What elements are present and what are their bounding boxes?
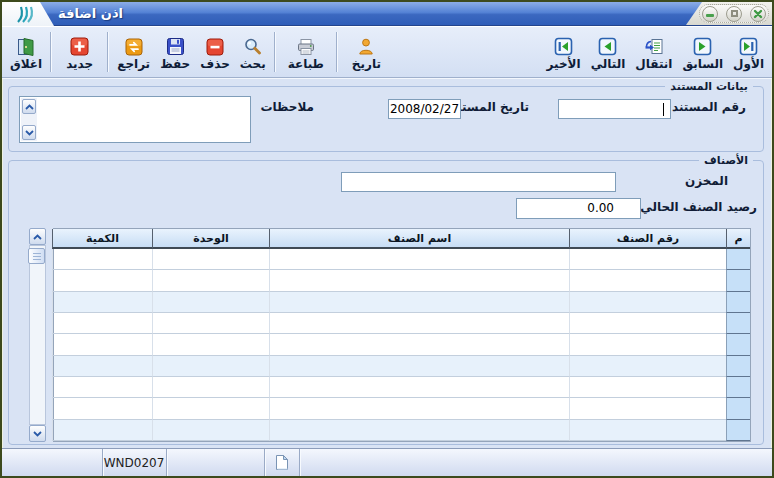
scroll-down-button[interactable] xyxy=(29,425,46,442)
nav-next-button[interactable]: التالي xyxy=(586,29,631,75)
table-row[interactable] xyxy=(54,270,750,291)
undo-icon xyxy=(125,36,143,57)
window-controls xyxy=(699,4,769,23)
new-button[interactable]: جديد xyxy=(61,29,98,75)
column-header-quantity[interactable]: الكمية xyxy=(52,229,152,249)
floppy-disk-icon xyxy=(166,36,185,57)
printer-icon xyxy=(296,36,316,57)
maximize-button[interactable] xyxy=(726,6,742,22)
document-data-groupbox: بيانات المستند رقم المستند تاريخ المستند… xyxy=(8,86,764,152)
first-record-icon xyxy=(739,36,758,57)
text-caret xyxy=(663,103,664,116)
store-label: المخزن xyxy=(685,174,728,188)
last-record-icon xyxy=(554,36,573,57)
nav-goto-button[interactable]: انتقال xyxy=(630,29,677,75)
notes-field[interactable] xyxy=(19,96,251,143)
nav-first-button[interactable]: الأول xyxy=(728,29,769,75)
history-button[interactable]: تاريخ xyxy=(347,29,386,75)
goto-record-icon xyxy=(644,36,664,57)
close-window-button[interactable] xyxy=(750,6,766,22)
balance-label: رصيد الصنف الحالي: xyxy=(635,200,757,214)
search-icon xyxy=(243,36,263,57)
person-icon xyxy=(357,36,375,57)
chevron-up-icon xyxy=(25,104,34,110)
maximize-icon xyxy=(731,10,738,17)
search-button[interactable]: بحث xyxy=(235,29,271,75)
toolbar-separator xyxy=(50,32,52,72)
table-scrollbar[interactable] xyxy=(29,228,46,442)
store-field[interactable] xyxy=(341,172,616,192)
table-row[interactable] xyxy=(54,420,750,441)
document-groupbox-legend: بيانات المستند xyxy=(665,79,753,94)
undo-button[interactable]: تراجع xyxy=(112,29,155,75)
statusbar-divider xyxy=(299,449,301,476)
table-body xyxy=(54,249,750,441)
status-bar: WND0207 xyxy=(2,448,772,476)
table-row[interactable] xyxy=(54,249,750,270)
next-record-icon xyxy=(598,36,617,57)
document-status-icon xyxy=(265,449,298,476)
scroll-up-button[interactable] xyxy=(29,228,46,245)
doc-date-field[interactable]: 2008/02/27 xyxy=(388,99,461,119)
minus-icon xyxy=(206,36,224,57)
table-row[interactable] xyxy=(54,313,750,334)
doc-date-label: تاريخ المستند xyxy=(450,100,529,114)
previous-record-icon xyxy=(693,36,712,57)
window-code-label: WND0207 xyxy=(103,449,165,476)
table-row[interactable] xyxy=(54,377,750,398)
plus-icon xyxy=(70,36,89,57)
nav-last-button[interactable]: الأخير xyxy=(542,29,586,75)
column-header-item-name[interactable]: اسم الصنف xyxy=(269,229,569,249)
balance-field[interactable]: 0.00 xyxy=(516,198,641,219)
chevron-up-icon xyxy=(33,234,42,240)
table-row[interactable] xyxy=(54,356,750,377)
statusbar-divider xyxy=(166,449,168,476)
toolbar-separator xyxy=(107,32,109,72)
scroll-down-button[interactable] xyxy=(22,125,36,140)
save-button[interactable]: حفظ xyxy=(155,29,195,75)
minimize-button[interactable] xyxy=(702,6,718,22)
delete-button[interactable]: حذف xyxy=(195,29,235,75)
nav-previous-button[interactable]: السابق xyxy=(677,29,728,75)
print-button[interactable]: طباعة xyxy=(283,29,329,75)
items-groupbox: الأصناف المخزن رصيد الصنف الحالي: 0.00 م… xyxy=(8,160,764,445)
chevron-down-icon xyxy=(25,130,34,136)
title-bar: اذن اضافة xyxy=(2,2,772,26)
minimize-icon xyxy=(706,14,714,17)
column-header-item-number[interactable]: رقم الصنف xyxy=(569,229,726,249)
app-window: اذن اضافة اغلاق xyxy=(0,0,774,478)
toolbar-separator xyxy=(274,32,276,72)
items-groupbox-legend: الأصناف xyxy=(699,153,753,168)
toolbar-separator xyxy=(336,32,338,72)
close-button[interactable]: اغلاق xyxy=(5,29,47,75)
notes-scrollbar[interactable] xyxy=(21,98,37,141)
scroll-up-button[interactable] xyxy=(22,99,36,114)
table-row[interactable] xyxy=(54,292,750,313)
column-header-index[interactable]: م xyxy=(726,229,750,249)
exit-door-icon xyxy=(16,36,36,57)
window-title: اذن اضافة xyxy=(58,2,123,26)
items-table: م رقم الصنف اسم الصنف الوحدة الكمية xyxy=(53,228,751,442)
notes-label: ملاحظات xyxy=(261,100,314,114)
table-header-row: م رقم الصنف اسم الصنف الوحدة الكمية xyxy=(54,229,750,249)
table-row[interactable] xyxy=(54,398,750,419)
chevron-down-icon xyxy=(33,431,42,437)
scrollbar-thumb[interactable] xyxy=(28,248,45,264)
column-header-unit[interactable]: الوحدة xyxy=(152,229,269,249)
doc-number-field[interactable] xyxy=(558,99,671,119)
doc-number-label: رقم المستند xyxy=(672,100,746,114)
table-row[interactable] xyxy=(54,334,750,355)
toolbar: اغلاق جديد تراجع xyxy=(2,26,772,78)
close-icon xyxy=(753,9,763,19)
